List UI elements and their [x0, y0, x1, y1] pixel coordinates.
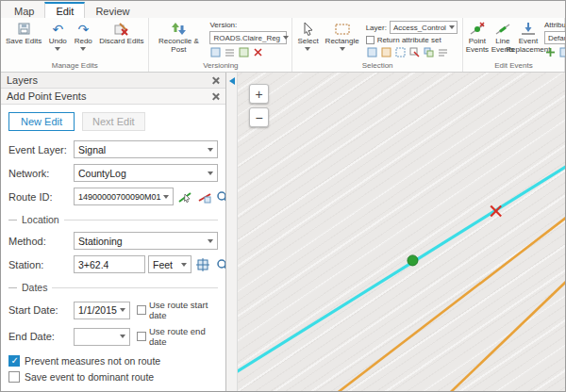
- new-edit-button[interactable]: New Edit: [8, 112, 75, 131]
- reconcile-post-button[interactable]: Reconcile & Post: [151, 19, 206, 60]
- zoom-in-button[interactable]: +: [249, 84, 269, 104]
- undo-label: Undo: [49, 38, 67, 46]
- save-edits-label: Save Edits: [6, 38, 42, 46]
- cyan-route-line[interactable]: [226, 155, 565, 386]
- pick-station-icon[interactable]: [194, 256, 211, 273]
- station-unit-value: Feet: [153, 259, 173, 270]
- prevent-measures-checkbox[interactable]: [8, 355, 20, 367]
- event-replacement-button[interactable]: Event Replacement: [516, 19, 541, 60]
- group-label-manage-edits: Manage Edits: [3, 60, 146, 72]
- redo-label: Redo: [75, 38, 92, 46]
- invert-selection-icon[interactable]: [423, 46, 435, 58]
- refresh-version-icon[interactable]: [224, 46, 236, 58]
- add-event-icon[interactable]: [544, 46, 557, 58]
- attribute-set-combobox[interactable]: Default: [544, 31, 565, 44]
- point-events-label: Point Events: [466, 38, 489, 55]
- orange-route-line-2[interactable]: [439, 271, 565, 391]
- orange-route-line-1[interactable]: [326, 210, 565, 391]
- select-by-attributes-icon[interactable]: [366, 46, 378, 58]
- save-to-dominant-route-label: Save event to dominant route: [25, 371, 154, 383]
- layer-combobox[interactable]: Access_Control: [390, 21, 458, 34]
- version-changes-icon[interactable]: [209, 46, 222, 58]
- redo-button[interactable]: ↷ Redo: [71, 19, 95, 60]
- collapse-left-icon: [229, 77, 235, 85]
- undo-button[interactable]: ↶ Undo: [45, 19, 70, 60]
- rectangle-select-icon: [335, 21, 350, 37]
- group-edit-events: Point Events Line Events Event Replaceme…: [463, 18, 565, 72]
- add-point-events-pane: New Edit Next Edit Event Layer: Signal N…: [1, 105, 225, 391]
- method-combobox[interactable]: Stationing: [74, 232, 218, 250]
- event-layer-combobox[interactable]: Signal: [74, 140, 218, 158]
- station-input[interactable]: 3+62.4: [74, 255, 145, 273]
- close-icon[interactable]: [211, 76, 220, 85]
- rectangle-label: Rectangle: [325, 38, 359, 46]
- ribbon: Save Edits ↶ Undo ↷ Redo Discard Edits: [1, 18, 565, 73]
- event-layer-label: Event Layer:: [8, 144, 71, 155]
- tab-map[interactable]: Map: [4, 4, 44, 18]
- event-layer-value: Signal: [78, 144, 106, 155]
- zoom-to-route-icon[interactable]: [216, 188, 225, 205]
- map-view[interactable]: + −: [226, 73, 565, 391]
- route-id-value: 14900000700090M01: [78, 192, 161, 202]
- attribute-set-value: Default: [548, 34, 565, 42]
- tab-review[interactable]: Review: [85, 4, 140, 18]
- delete-version-icon[interactable]: [252, 46, 264, 58]
- split-event-icon[interactable]: [558, 46, 565, 58]
- network-label: Network:: [8, 168, 71, 179]
- close-icon[interactable]: [211, 92, 220, 101]
- network-combobox[interactable]: CountyLog: [74, 164, 218, 182]
- station-value: 3+62.4: [78, 259, 108, 270]
- chevron-down-icon: [163, 195, 169, 199]
- add-point-events-header: Add Point Events: [1, 89, 225, 105]
- chevron-down-icon: [208, 172, 213, 175]
- select-button[interactable]: Select: [294, 19, 321, 60]
- selection-options-icon[interactable]: [437, 46, 449, 58]
- discard-edits-icon: [114, 21, 128, 37]
- route-id-combobox[interactable]: 14900000700090M01: [74, 188, 174, 205]
- location-section-label: Location: [22, 214, 59, 225]
- end-date-picker[interactable]: [74, 328, 130, 346]
- tab-edit[interactable]: Edit: [44, 2, 85, 18]
- event-replacement-icon: [521, 21, 536, 37]
- group-label-versioning: Versioning: [151, 60, 290, 72]
- use-route-start-date-checkbox[interactable]: [137, 305, 146, 315]
- station-unit-combobox[interactable]: Feet: [148, 255, 191, 273]
- zoom-tool-icon[interactable]: [214, 256, 225, 273]
- route-list-icon[interactable]: [196, 188, 213, 205]
- group-label-edit-events: Edit Events: [465, 60, 562, 72]
- use-route-start-date-label: Use route start date: [149, 300, 218, 320]
- version-combobox[interactable]: ROADS.Claire_Reg: [209, 31, 287, 44]
- start-date-picker[interactable]: 1/1/2015: [74, 302, 130, 319]
- map-canvas[interactable]: [226, 73, 565, 391]
- zoom-out-button[interactable]: −: [249, 107, 269, 127]
- point-event-marker[interactable]: [408, 255, 418, 266]
- use-route-end-date-checkbox[interactable]: [137, 332, 146, 341]
- pane-collapse-strip[interactable]: [226, 73, 238, 391]
- save-to-dominant-route-checkbox[interactable]: [8, 371, 20, 383]
- select-by-location-icon[interactable]: [380, 46, 392, 58]
- left-dock-panel: Layers Add Point Events New Edit Next Ed…: [1, 73, 226, 391]
- dates-section-divider: Dates: [8, 282, 218, 293]
- map-zoom-controls: + −: [249, 84, 269, 127]
- rectangle-select-button[interactable]: Rectangle: [323, 19, 362, 60]
- save-edits-button[interactable]: Save Edits: [3, 19, 44, 60]
- application-window: Map Edit Review Save Edits ↶ Undo: [0, 0, 566, 392]
- redo-icon: ↷: [77, 21, 89, 37]
- chevron-down-icon: [120, 335, 125, 338]
- line-events-icon: [495, 21, 510, 37]
- return-attribute-set-checkbox[interactable]: [366, 36, 375, 44]
- select-all-icon[interactable]: [394, 46, 407, 58]
- discard-edits-button[interactable]: Discard Edits: [96, 19, 146, 60]
- version-label: Version:: [209, 21, 287, 29]
- clear-selection-icon[interactable]: [408, 46, 421, 58]
- location-section-divider: Location: [8, 214, 218, 225]
- select-route-on-map-icon[interactable]: [176, 188, 193, 205]
- chevron-down-icon: [80, 47, 86, 51]
- point-events-button[interactable]: Point Events: [465, 19, 490, 60]
- select-cursor-icon: [302, 21, 314, 37]
- next-edit-button[interactable]: Next Edit: [82, 112, 145, 131]
- point-events-icon: [470, 21, 485, 37]
- reconcile-post-label: Reconcile & Post: [154, 38, 203, 55]
- chevron-down-icon: [208, 148, 213, 152]
- post-changes-icon[interactable]: [238, 46, 250, 58]
